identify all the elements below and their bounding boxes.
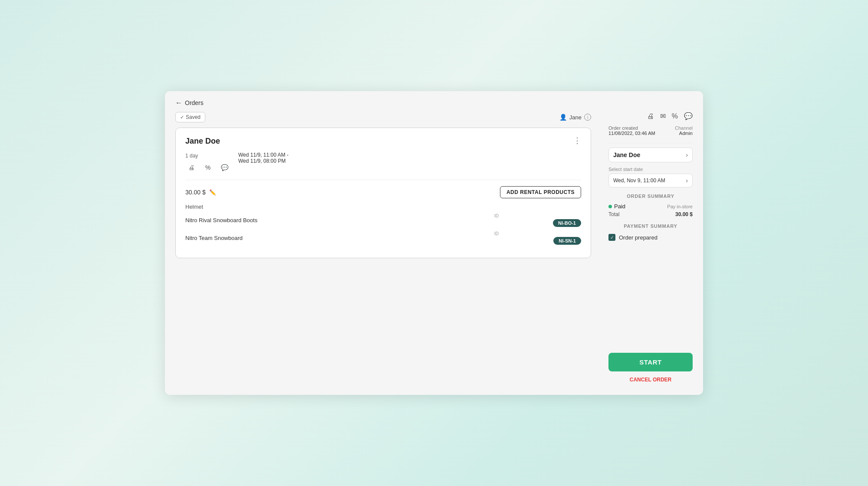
start-date-label: Select start date	[608, 167, 693, 172]
product-category-label: Helmet	[185, 204, 581, 210]
id-label-1: ID	[494, 213, 499, 218]
payment-row: Paid Pay in-store	[608, 203, 693, 210]
order-prepared-row: ✓ Order prepared	[608, 234, 693, 241]
user-name: Jane	[569, 114, 582, 121]
order-created-label: Order created	[608, 125, 655, 131]
paid-label: Paid	[614, 203, 625, 210]
user-info: 👤 Jane i	[559, 114, 591, 121]
date-start: Wed 11/9, 11:00 AM -	[238, 152, 289, 158]
info-icon[interactable]: i	[584, 114, 591, 121]
saved-label: Saved	[186, 114, 201, 120]
print-icon[interactable]: 🖨	[185, 161, 197, 174]
payment-summary-title: PAYMENT SUMMARY	[608, 223, 693, 229]
start-button[interactable]: START	[608, 353, 693, 371]
product-name-1: Nitro Rival Snowboard Boots	[185, 217, 257, 223]
sidebar-mail-icon[interactable]: ✉	[660, 112, 666, 120]
product-name-2: Nitro Team Snowboard	[185, 235, 243, 241]
channel-label: Channel	[675, 125, 693, 131]
customer-dropdown[interactable]: Jane Doe ›	[608, 148, 693, 162]
sidebar-print-icon[interactable]: 🖨	[647, 112, 654, 120]
sidebar-percent-icon[interactable]: %	[672, 112, 678, 120]
order-price: 30.00 $	[185, 189, 206, 196]
order-prepared-checkbox[interactable]: ✓	[608, 234, 615, 241]
pay-instore-label: Pay in-store	[667, 204, 693, 209]
discount-icon[interactable]: %	[202, 161, 214, 174]
chevron-down-icon: ›	[686, 151, 688, 158]
id-label-2: ID	[494, 231, 499, 236]
date-end: Wed 11/9, 08:00 PM	[238, 158, 289, 164]
cancel-order-button[interactable]: CANCEL ORDER	[608, 375, 693, 384]
sidebar-toolbar: 🖨 ✉ % 💬	[608, 112, 693, 125]
paid-dot	[608, 205, 612, 208]
order-customer-name: Jane Doe	[185, 137, 220, 146]
id-badge-2: NI-SN-1	[553, 237, 581, 245]
paid-indicator: Paid	[608, 203, 625, 210]
back-navigation[interactable]: ← Orders	[175, 99, 693, 107]
total-row: Total 30.00 $	[608, 211, 693, 217]
order-summary-title: ORDER SUMMARY	[608, 194, 693, 199]
duration-label: 1 day	[185, 152, 230, 159]
saved-badge: ✓ Saved	[175, 112, 205, 122]
more-options-icon[interactable]: ⋮	[573, 137, 581, 144]
add-rental-products-button[interactable]: ADD RENTAL PRODUCTS	[500, 186, 581, 198]
edit-price-icon[interactable]: ✏️	[209, 189, 216, 196]
channel-value: Admin	[675, 131, 693, 136]
total-value: 30.00 $	[675, 211, 693, 217]
product-row: Nitro Rival Snowboard Boots ID NI-BO-1	[185, 213, 581, 227]
start-date-dropdown[interactable]: Wed, Nov 9, 11:00 AM ›	[608, 174, 693, 187]
product-id-group-1: ID NI-BO-1	[494, 213, 581, 227]
id-badge-1: NI-BO-1	[553, 219, 581, 227]
start-date-value: Wed, Nov 9, 11:00 AM	[613, 177, 665, 184]
order-created-section: Order created 11/08/2022, 03:46 AM Chann…	[608, 125, 693, 136]
back-arrow-icon: ←	[175, 99, 182, 107]
sidebar-chat-icon[interactable]: 💬	[684, 112, 693, 120]
right-sidebar: 🖨 ✉ % 💬 Order created 11/08/2022, 03:46 …	[602, 112, 693, 384]
comment-icon[interactable]: 💬	[218, 161, 230, 174]
order-created-date: 11/08/2022, 03:46 AM	[608, 131, 655, 136]
orders-breadcrumb: Orders	[185, 99, 204, 106]
sidebar-customer-name: Jane Doe	[613, 151, 640, 158]
order-card: Jane Doe ⋮ 1 day 🖨 % 💬 Wed 11/9,	[175, 128, 591, 258]
start-date-chevron-icon: ›	[686, 177, 688, 184]
user-icon: 👤	[559, 114, 567, 121]
order-prepared-label: Order prepared	[619, 234, 658, 241]
product-id-group-2: ID NI-SN-1	[494, 231, 581, 245]
check-icon: ✓	[180, 115, 184, 120]
total-label: Total	[608, 211, 619, 217]
product-row: Nitro Team Snowboard ID NI-SN-1	[185, 231, 581, 245]
